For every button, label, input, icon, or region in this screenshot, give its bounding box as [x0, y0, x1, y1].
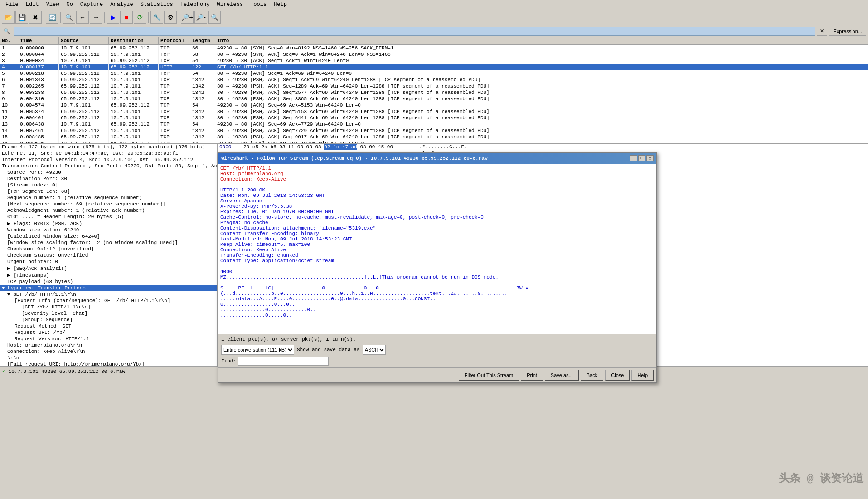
table-row[interactable]: 150.00848565.99.252.11210.7.9.101TCP1342… [0, 134, 868, 140]
detail-tree-item[interactable]: ▶ [SEQ/ACK analysis] [0, 265, 217, 272]
show-save-select[interactable]: ASCII [363, 345, 386, 355]
detail-tree-item[interactable]: [TCP Segment Len: 68] [0, 188, 217, 195]
filter-input[interactable]: tcp.stream eq 0 [14, 27, 815, 36]
detail-tree-item[interactable]: [Expert Info (Chat/Sequence): GET /Yb/ H… [0, 298, 217, 304]
close-window-btn[interactable]: Close [605, 370, 630, 381]
find-input[interactable] [238, 357, 329, 366]
toolbar-open[interactable]: 📂 [2, 11, 15, 24]
back-btn[interactable]: Back [581, 370, 603, 381]
detail-tree-item[interactable]: 0101 .... = Header Length: 20 bytes (5) [0, 214, 217, 220]
table-row[interactable]: 130.00643810.7.9.10165.99.252.112TCP5449… [0, 121, 868, 127]
close-btn[interactable]: ✕ [646, 155, 654, 161]
detail-tree-item[interactable]: Frame 4: 122 bytes on wire (976 bits), 1… [0, 144, 217, 150]
table-row[interactable]: 50.00021865.99.252.11210.7.9.101TCP5480 … [0, 70, 868, 77]
menu-statistics[interactable]: Statistics [137, 1, 177, 8]
table-row[interactable]: 20.00004465.99.252.11210.7.9.101TCP5880 … [0, 51, 868, 58]
save-as-btn[interactable]: Save as... [545, 370, 579, 381]
detail-tree-item[interactable]: [GET /Yb/ HTTP/1.1\r\n] [0, 304, 217, 310]
table-row[interactable]: 100.00457410.7.9.10165.99.252.112TCP5449… [0, 102, 868, 108]
detail-tree-item[interactable]: Destination Port: 80 [0, 176, 217, 182]
menu-analyze[interactable]: Analyze [107, 1, 136, 8]
detail-tree-item[interactable]: \r\n [0, 355, 217, 361]
menu-telephony[interactable]: Telephony [177, 1, 213, 8]
col-info[interactable]: Info [215, 37, 868, 44]
table-row[interactable]: 10.00000010.7.9.10165.99.252.112TCP66492… [0, 45, 868, 51]
detail-tree-item[interactable]: ▼ Hypertext Transfer Protocol [0, 285, 217, 291]
toolbar-restart[interactable]: ⟳ [134, 11, 146, 24]
toolbar-back[interactable]: ← [76, 11, 89, 24]
table-row[interactable]: 90.00431065.99.252.11210.7.9.101TCP13428… [0, 96, 868, 102]
table-row[interactable]: 160.00852510.7.9.10165.99.252.112TCP5449… [0, 140, 868, 144]
col-dest[interactable]: Destination [109, 37, 159, 44]
toolbar-filter[interactable]: 🔧 [150, 11, 163, 24]
toolbar-settings[interactable]: ⚙ [164, 11, 177, 24]
detail-tree-item[interactable]: Checksum Status: Unverified [0, 252, 217, 259]
detail-tree-item[interactable]: Connection: Keep-Alive\r\n [0, 348, 217, 355]
detail-tree-item[interactable]: Host: primerplano.org\r\n [0, 342, 217, 348]
table-row[interactable]: 80.00328865.99.252.11210.7.9.101TCP13428… [0, 89, 868, 96]
print-btn[interactable]: Print [521, 370, 543, 381]
detail-tree-item[interactable]: Checksum: 0x14f2 [unverified] [0, 246, 217, 252]
toolbar-save[interactable]: 💾 [15, 11, 28, 24]
menu-go[interactable]: Go [63, 1, 76, 8]
col-len[interactable]: Length [190, 37, 215, 44]
detail-tree-item[interactable]: Transmission Control Protocol, Src Port:… [0, 163, 217, 169]
menu-capture[interactable]: Capture [77, 1, 107, 8]
col-proto[interactable]: Protocol [159, 37, 190, 44]
detail-tree-item[interactable]: [Full request URI: http://primerplano.or… [0, 361, 217, 366]
detail-tree-item[interactable]: Request Version: HTTP/1.1 [0, 336, 217, 342]
detail-tree-item[interactable]: [Next sequence number: 69 (relative sequ… [0, 201, 217, 207]
expression-btn[interactable]: Expression... [829, 27, 866, 36]
toolbar-stop-capture[interactable]: ■ [120, 11, 133, 24]
table-row[interactable]: 30.00008410.7.9.10165.99.252.112TCP54492… [0, 58, 868, 64]
table-row[interactable]: 110.00537465.99.252.11210.7.9.101TCP1342… [0, 108, 868, 115]
detail-tree-item[interactable]: ▶ Flags: 0x018 (PSH, ACK) [0, 220, 217, 227]
detail-tree-item[interactable]: [Calculated window size: 64240] [0, 233, 217, 240]
filter-clear-btn[interactable]: ✕ [817, 27, 827, 36]
table-row[interactable]: 60.00134365.99.252.11210.7.9.101TCP13428… [0, 77, 868, 83]
table-row[interactable]: 70.00226565.99.252.11210.7.9.101TCP13428… [0, 83, 868, 89]
detail-tree-item[interactable]: [Group: Sequence] [0, 317, 217, 323]
detail-tree-item[interactable]: Acknowledgment number: 1 (relative ack n… [0, 207, 217, 214]
maximize-btn[interactable]: □ [638, 155, 645, 161]
menu-help[interactable]: Help [270, 1, 291, 8]
toolbar-zoom-in[interactable]: 🔎+ [181, 11, 194, 24]
detail-tree-item[interactable]: Urgent pointer: 0 [0, 259, 217, 265]
table-row[interactable]: 140.00746165.99.252.11210.7.9.101TCP1342… [0, 127, 868, 134]
toolbar-start-capture[interactable]: ▶ [107, 11, 119, 24]
detail-tree-item[interactable]: TCP payload (68 bytes) [0, 279, 217, 285]
detail-tree-item[interactable]: ▼ GET /Yb/ HTTP/1.1\r\n [0, 291, 217, 298]
toolbar-reload[interactable]: 🔄 [46, 11, 58, 24]
menu-wireless[interactable]: Wireless [213, 1, 247, 8]
table-row[interactable]: 120.00640165.99.252.11210.7.9.101TCP1342… [0, 115, 868, 121]
cell-1: 0.000044 [18, 51, 59, 58]
col-no[interactable]: No. [0, 37, 18, 44]
col-time[interactable]: Time [18, 37, 59, 44]
minimize-btn[interactable]: ─ [630, 155, 637, 161]
detail-tree-item[interactable]: Request Method: GET [0, 323, 217, 329]
help-btn[interactable]: Help [631, 370, 654, 381]
detail-tree-item[interactable]: Source Port: 49230 [0, 169, 217, 176]
detail-tree-item[interactable]: [Window size scaling factor: -2 (no wind… [0, 240, 217, 246]
menu-edit[interactable]: Edit [22, 1, 43, 8]
filter-out-btn[interactable]: Filter Out This Stream [459, 370, 519, 381]
toolbar-find[interactable]: 🔍 [63, 11, 75, 24]
menu-tools[interactable]: Tools [247, 1, 270, 8]
toolbar-zoom-reset[interactable]: 🔍 [208, 11, 221, 24]
detail-tree-item[interactable]: Ethernet II, Src: 0c:04:1b:04:47:ae, Dst… [0, 150, 217, 157]
toolbar-forward[interactable]: → [90, 11, 102, 24]
menu-view[interactable]: View [43, 1, 63, 8]
toolbar-zoom-out[interactable]: 🔎- [194, 11, 207, 24]
toolbar-close[interactable]: ✖ [29, 11, 42, 24]
detail-tree-item[interactable]: [Stream index: 0] [0, 182, 217, 188]
detail-tree-item[interactable]: Window size value: 64240 [0, 227, 217, 233]
table-row[interactable]: 40.00017710.7.9.10165.99.252.112HTTP122G… [0, 64, 868, 70]
menu-file[interactable]: File [2, 1, 22, 8]
conversation-select[interactable]: Entire conversation (111 kB) [221, 345, 294, 355]
detail-tree-item[interactable]: Sequence number: 1 (relative sequence nu… [0, 195, 217, 201]
detail-tree-item[interactable]: ▶ [Timestamps] [0, 272, 217, 279]
col-source[interactable]: Source [59, 37, 109, 44]
detail-tree-item[interactable]: Request URI: /Yb/ [0, 329, 217, 336]
detail-tree-item[interactable]: [Severity level: Chat] [0, 310, 217, 317]
detail-tree-item[interactable]: Internet Protocol Version 4, Src: 10.7.9… [0, 157, 217, 163]
